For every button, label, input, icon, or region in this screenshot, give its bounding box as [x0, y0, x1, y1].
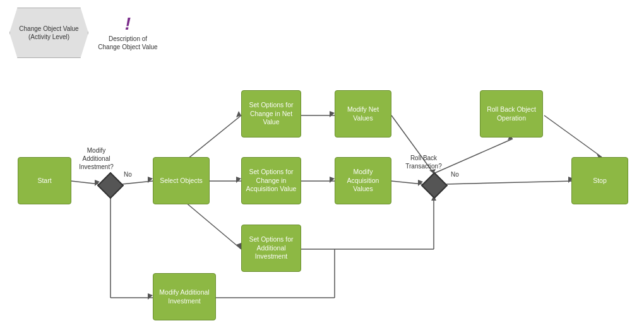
set-add-node: Set Options for Additional Investment	[241, 225, 301, 272]
diamond1-node	[98, 173, 123, 198]
set-acq-box: Set Options for Change in Acquisition Va…	[241, 157, 301, 204]
set-acq-node: Set Options for Change in Acquisition Va…	[241, 157, 301, 204]
svg-line-0	[71, 181, 100, 184]
diamond2-shape	[421, 172, 448, 199]
rollback-node: Roll Back Object Operation	[480, 90, 543, 138]
svg-marker-7	[236, 177, 241, 183]
no-label-1: No	[124, 170, 132, 179]
modify-add-invest-box: Modify Additional Investment	[153, 273, 216, 320]
roll-back-label: Roll Back Transaction?	[402, 154, 446, 170]
select-objects-node: Select Objects	[153, 157, 210, 204]
modify-net-node: Modify Net Values	[335, 90, 391, 138]
diamond1-shape	[97, 172, 124, 199]
svg-line-8	[181, 199, 241, 249]
activity-level-label: Change Object Value (Activity Level)	[9, 8, 88, 58]
set-add-box: Set Options for Additional Investment	[241, 225, 301, 272]
svg-marker-9	[236, 243, 241, 249]
svg-line-2	[122, 181, 153, 184]
svg-marker-11	[330, 111, 335, 117]
svg-line-23	[445, 181, 573, 184]
rollback-box: Roll Back Object Operation	[480, 90, 543, 138]
svg-marker-3	[148, 177, 153, 183]
start-box: Start	[18, 157, 71, 204]
select-objects-box: Select Objects	[153, 157, 210, 204]
svg-marker-5	[236, 111, 241, 117]
modify-add-invest-label: Modify Additional Investment?	[73, 146, 120, 171]
diagram: Change Object Value (Activity Level) ! D…	[0, 0, 644, 328]
svg-marker-29	[148, 293, 153, 300]
start-node: Start	[18, 157, 71, 204]
description-note: ! Description of Change Object Value	[98, 3, 158, 63]
description-label: Description of Change Object Value	[98, 35, 158, 51]
set-net-node: Set Options for Change in Net Value	[241, 90, 301, 138]
modify-acq-box: Modify Acquisition Values	[335, 157, 391, 204]
modify-acq-node: Modify Acquisition Values	[335, 157, 391, 204]
stop-box: Stop	[571, 157, 628, 204]
set-net-box: Set Options for Change in Net Value	[241, 90, 301, 138]
modify-net-box: Modify Net Values	[335, 90, 391, 138]
no-label-2: No	[451, 170, 459, 179]
stop-node: Stop	[571, 157, 628, 204]
diamond2-node	[422, 173, 447, 198]
svg-line-19	[391, 181, 423, 184]
exclamation-icon: !	[125, 15, 131, 33]
svg-marker-13	[330, 177, 335, 183]
modify-add-invest-node: Modify Additional Investment	[153, 273, 216, 320]
svg-line-25	[544, 115, 602, 157]
